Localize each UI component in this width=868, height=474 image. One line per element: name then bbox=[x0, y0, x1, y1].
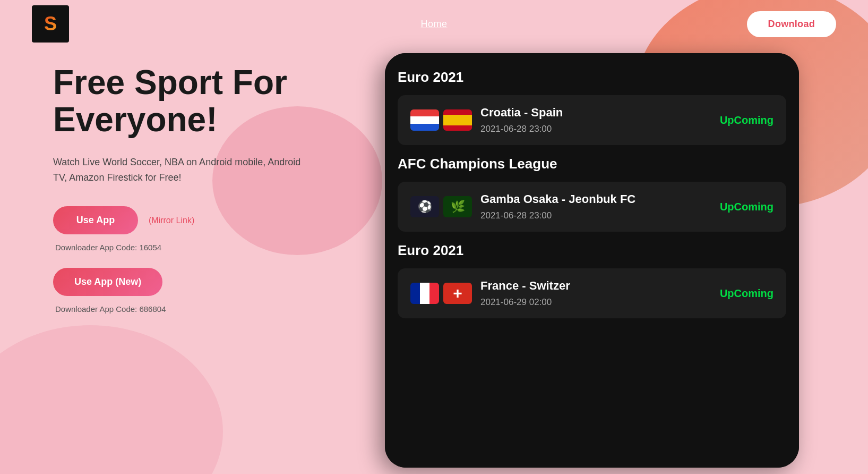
spain-flag bbox=[443, 109, 472, 131]
match-status-1: UpComing bbox=[720, 114, 774, 126]
match-card-3[interactable]: France - Switzer 2021-06-29 02:00 UpComi… bbox=[398, 268, 786, 318]
match-flags-1 bbox=[410, 109, 472, 131]
france-flag bbox=[410, 283, 439, 304]
match-flags-3 bbox=[410, 283, 472, 304]
bg-blob-bottom-left bbox=[0, 325, 223, 474]
hero-title: Free Sport For Everyone! bbox=[53, 64, 350, 139]
match-category-3: Euro 2021 bbox=[398, 242, 786, 259]
match-card-1[interactable]: Croatia - Spain 2021-06-28 23:00 UpComin… bbox=[398, 95, 786, 145]
match-flags-2: ⚽ 🌿 bbox=[410, 196, 472, 217]
match-info-2: Gamba Osaka - Jeonbuk FC 2021-06-28 23:0… bbox=[480, 192, 711, 221]
match-info-3: France - Switzer 2021-06-29 02:00 bbox=[480, 279, 711, 308]
phone-section: Euro 2021 Croatia - Spain 2021-06-28 23:… bbox=[358, 0, 868, 474]
logo: S bbox=[32, 5, 69, 43]
main-nav: Home bbox=[420, 19, 447, 30]
download-button[interactable]: Download bbox=[747, 11, 836, 37]
match-time-1: 2021-06-28 23:00 bbox=[480, 124, 711, 134]
mirror-link[interactable]: (Mirror Link) bbox=[149, 216, 194, 225]
app-code-new: Downloader App Code: 686804 bbox=[53, 304, 350, 314]
phone-inner: Euro 2021 Croatia - Spain 2021-06-28 23:… bbox=[385, 53, 799, 468]
phone-frame: Euro 2021 Croatia - Spain 2021-06-28 23:… bbox=[385, 53, 799, 468]
croatia-flag bbox=[410, 109, 439, 131]
logo-letter: S bbox=[44, 13, 57, 35]
nav-home-link[interactable]: Home bbox=[420, 19, 447, 29]
match-time-2: 2021-06-28 23:00 bbox=[480, 210, 711, 221]
match-status-2: UpComing bbox=[720, 201, 774, 213]
match-time-3: 2021-06-29 02:00 bbox=[480, 297, 711, 308]
app-code: Downloader App Code: 16054 bbox=[53, 243, 350, 252]
match-list: Euro 2021 Croatia - Spain 2021-06-28 23:… bbox=[385, 53, 799, 468]
jeonbuk-flag: 🌿 bbox=[443, 196, 472, 217]
match-status-3: UpComing bbox=[720, 287, 774, 300]
match-name-1: Croatia - Spain bbox=[480, 106, 711, 120]
use-app-button[interactable]: Use App bbox=[53, 206, 138, 234]
swiss-cross-icon bbox=[453, 284, 462, 302]
match-info-1: Croatia - Spain 2021-06-28 23:00 bbox=[480, 106, 711, 134]
match-name-3: France - Switzer bbox=[480, 279, 711, 293]
header: S Home Download bbox=[0, 0, 868, 48]
match-category-2: AFC Champions League bbox=[398, 156, 786, 172]
gamba-osaka-flag: ⚽ bbox=[410, 196, 439, 217]
match-card-2[interactable]: ⚽ 🌿 Gamba Osaka - Jeonbuk FC 2021-06-28 … bbox=[398, 182, 786, 232]
match-category-1: Euro 2021 bbox=[398, 69, 786, 86]
match-name-2: Gamba Osaka - Jeonbuk FC bbox=[480, 192, 711, 206]
hero-section: Free Sport For Everyone! Watch Live Worl… bbox=[53, 64, 350, 314]
hero-subtitle: Watch Live World Soccer, NBA on Android … bbox=[53, 155, 308, 185]
switzerland-flag bbox=[443, 283, 472, 304]
use-app-new-button[interactable]: Use App (New) bbox=[53, 268, 162, 296]
use-app-row: Use App (Mirror Link) bbox=[53, 206, 350, 234]
